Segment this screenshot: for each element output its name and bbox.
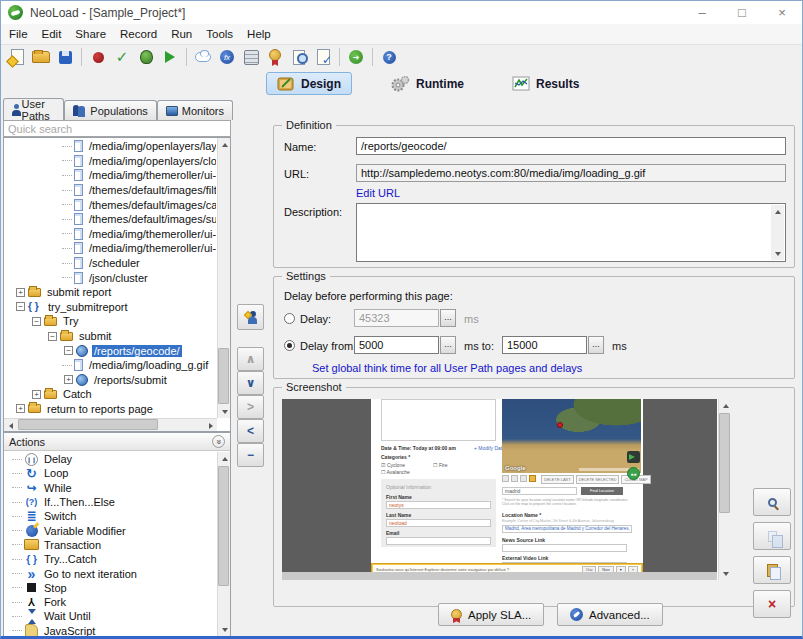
tree-item-return-to-reports-page[interactable]: + return to reports page (4, 402, 216, 417)
tree-item-media-img-openlayers-layer-swit[interactable]: /media/img/openlayers/layer-swit (4, 139, 216, 154)
action-fork[interactable]: Fork (4, 595, 216, 609)
delay-radio[interactable] (284, 313, 295, 324)
delay-dots-button[interactable]: ... (440, 309, 456, 327)
tree-item-media-img-loading-g-gif[interactable]: /media/img/loading_g.gif (4, 358, 216, 373)
tree-item-media-img-themeroller-ui-bg-flat[interactable]: /media/img/themeroller/ui-bg_flat (4, 168, 216, 183)
remove-button[interactable]: − (237, 443, 264, 467)
debug-icon[interactable] (135, 47, 157, 67)
tree-expander-icon[interactable]: + (16, 288, 25, 297)
apply-sla-button[interactable]: Apply SLA... (438, 603, 544, 626)
tree-item-submit-report[interactable]: + submit report (4, 285, 216, 300)
scroll-thumb[interactable] (218, 348, 229, 404)
minimize-button[interactable]: – (682, 1, 722, 24)
scroll-up-icon[interactable] (218, 452, 231, 465)
global-think-time-link[interactable]: Set global think time for all User Path … (312, 362, 582, 374)
menu-item-run[interactable]: Run (171, 26, 200, 42)
refresh-icon[interactable] (345, 47, 367, 67)
save-icon[interactable] (54, 47, 76, 67)
scroll-thumb[interactable] (719, 413, 730, 513)
tab-results[interactable]: Results (502, 73, 589, 94)
scroll-down-icon[interactable] (218, 623, 231, 636)
indent-left-button[interactable]: < (237, 419, 264, 443)
action-if-then-else[interactable]: If...Then...Else (4, 495, 216, 509)
action-try-catch[interactable]: Try...Catch (4, 552, 216, 566)
menu-item-file[interactable]: File (9, 26, 36, 42)
sla-icon[interactable] (264, 47, 286, 67)
tree-horizontal-scrollbar[interactable] (4, 418, 217, 431)
tree-item-try[interactable]: − Try (4, 314, 216, 329)
database-icon[interactable] (240, 47, 262, 67)
tree-item-reports-geocode[interactable]: − /reports/geocode/ (4, 343, 216, 358)
open-project-icon[interactable] (30, 47, 52, 67)
tab-monitors[interactable]: Monitors (157, 100, 233, 120)
menu-item-share[interactable]: Share (75, 26, 114, 42)
menu-item-tools[interactable]: Tools (206, 26, 241, 42)
action-transaction[interactable]: Transaction (4, 538, 216, 552)
function-icon[interactable] (216, 47, 238, 67)
scroll-thumb[interactable] (218, 466, 229, 586)
tree-item-reports-submit[interactable]: + /reports/submit (4, 373, 216, 388)
record-icon[interactable] (87, 47, 109, 67)
delay-from-radio[interactable] (284, 340, 295, 351)
tree-expander-icon[interactable]: + (64, 375, 73, 384)
description-scrollbar[interactable] (771, 205, 784, 260)
delay-to-input[interactable] (502, 336, 587, 354)
play-icon[interactable] (159, 47, 181, 67)
tree-item-media-img-openlayers-cloud-pop[interactable]: /media/img/openlayers/cloud-pop (4, 154, 216, 169)
checklist-icon[interactable] (312, 47, 334, 67)
quick-search-input[interactable] (3, 120, 231, 137)
delay-from-dots-button[interactable]: ... (440, 336, 456, 354)
tree-expander-icon[interactable]: − (32, 317, 41, 326)
delay-from-input[interactable] (354, 336, 439, 354)
indent-right-button[interactable]: > (237, 395, 264, 419)
delete-button[interactable]: × (753, 590, 791, 618)
action-wait-until[interactable]: Wait Until (4, 609, 216, 623)
copy-button[interactable] (753, 522, 791, 550)
scroll-thumb[interactable] (18, 419, 158, 430)
tree-expander-icon[interactable]: − (16, 302, 25, 311)
scroll-down-icon[interactable] (771, 247, 784, 260)
scroll-right-icon[interactable] (204, 419, 217, 432)
tree-expander-icon[interactable]: − (64, 346, 73, 355)
help-icon[interactable] (378, 47, 400, 67)
menu-item-help[interactable]: Help (247, 26, 279, 42)
tree-item-themes-default-images-submit-in[interactable]: /themes/default/images/submit-in (4, 212, 216, 227)
tab-design[interactable]: Design (266, 72, 352, 95)
advanced-button[interactable]: Advanced... (557, 603, 663, 626)
screenshot-scrollbar[interactable] (718, 399, 731, 580)
tree-item-themes-default-images-filters-bg[interactable]: /themes/default/images/filters-bg (4, 183, 216, 198)
action-javascript[interactable]: JavaScript (4, 624, 216, 636)
tree-item-scheduler[interactable]: /scheduler (4, 256, 216, 271)
validate-icon[interactable] (111, 47, 133, 67)
tree-expander-icon[interactable]: + (32, 390, 41, 399)
description-textarea[interactable] (356, 203, 786, 262)
new-project-icon[interactable] (6, 47, 28, 67)
menu-item-record[interactable]: Record (120, 26, 165, 42)
tree-item-try-submitreport[interactable]: − try_submitreport (4, 300, 216, 315)
tree-item-media-img-themeroller-ui-bg-higl[interactable]: /media/img/themeroller/ui-bg_higl (4, 241, 216, 256)
action-go-to-next-iteration[interactable]: Go to next iteration (4, 566, 216, 580)
zoom-screenshot-button[interactable] (753, 488, 791, 516)
paste-button[interactable] (753, 556, 791, 584)
close-button[interactable]: × (762, 1, 802, 24)
search-icon[interactable] (288, 47, 310, 67)
actions-scrollbar[interactable] (217, 452, 230, 636)
scroll-down-icon[interactable] (218, 405, 231, 418)
action-loop[interactable]: Loop (4, 466, 216, 480)
tree-vertical-scrollbar[interactable] (217, 138, 230, 418)
action-delay[interactable]: Delay (4, 452, 216, 466)
menu-item-edit[interactable]: Edit (42, 26, 70, 42)
move-down-button[interactable]: ∨ (237, 371, 264, 395)
edit-url-link[interactable]: Edit URL (356, 187, 400, 199)
tab-populations[interactable]: Populations (64, 100, 157, 120)
action-switch[interactable]: Switch (4, 509, 216, 523)
tree-item-catch[interactable]: + Catch (4, 387, 216, 402)
tree-expander-icon[interactable]: + (16, 404, 25, 413)
check-user-path-button[interactable] (237, 304, 264, 330)
tree-expander-icon[interactable]: − (48, 332, 57, 341)
tree-item-json-cluster[interactable]: /json/cluster (4, 270, 216, 285)
move-up-button[interactable]: ∧ (237, 347, 264, 371)
tab-user-paths[interactable]: User Paths (3, 98, 64, 120)
page-screenshot[interactable]: Date & Time: Today at 09:00 am + Modify … (282, 399, 731, 580)
name-input[interactable] (356, 137, 786, 155)
